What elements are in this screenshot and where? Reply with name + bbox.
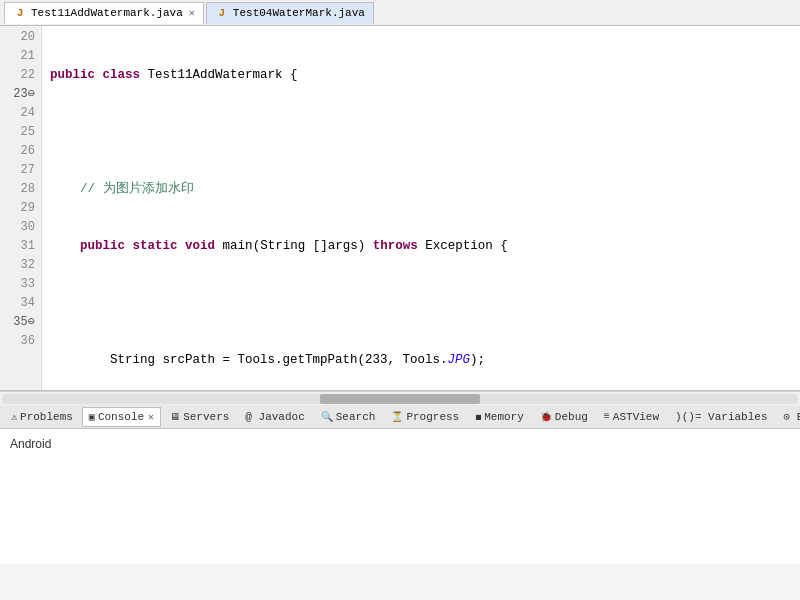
tab-search-label: Search	[336, 411, 376, 423]
bottom-tab-bar: ⚠ Problems ▣ Console ✕ 🖥 Servers @ Javad…	[0, 405, 800, 429]
code-line-24	[50, 294, 800, 313]
console-output: Android	[10, 437, 51, 451]
ln-33: 33	[6, 275, 35, 294]
memory-icon: ◼	[475, 411, 481, 423]
console-close[interactable]: ✕	[148, 411, 154, 423]
java-file-icon-2: J	[215, 6, 229, 20]
debug-icon: 🐞	[540, 411, 552, 423]
tab-javadoc[interactable]: @ Javadoc	[238, 407, 311, 427]
tab-memory-label: Memory	[484, 411, 524, 423]
scroll-track[interactable]	[2, 394, 798, 404]
tab-progress[interactable]: ⏳ Progress	[384, 407, 466, 427]
servers-icon: 🖥	[170, 411, 180, 423]
tab-test11[interactable]: J Test11AddWatermark.java ✕	[4, 2, 204, 24]
tab-memory[interactable]: ◼ Memory	[468, 407, 531, 427]
ln-25: 25	[6, 123, 35, 142]
ln-29: 29	[6, 199, 35, 218]
code-line-20: public class Test11AddWatermark {	[50, 66, 800, 85]
tab-debug[interactable]: 🐞 Debug	[533, 407, 595, 427]
ln-20: 20	[6, 28, 35, 47]
astview-icon: ≡	[604, 411, 610, 422]
tab-debug-label: Debug	[555, 411, 588, 423]
tab-console[interactable]: ▣ Console ✕	[82, 407, 161, 427]
ln-31: 31	[6, 237, 35, 256]
tab-javadoc-label: @ Javadoc	[245, 411, 304, 423]
ln-24: 24	[6, 104, 35, 123]
ln-27: 27	[6, 161, 35, 180]
ln-36: 36	[6, 332, 35, 351]
problems-icon: ⚠	[11, 411, 17, 423]
tab-variables-label: )()= Variables	[675, 411, 767, 423]
code-line-25: String srcPath = Tools.getTmpPath(233, T…	[50, 351, 800, 370]
ln-26: 26	[6, 142, 35, 161]
horizontal-scrollbar[interactable]	[0, 391, 800, 405]
ln-32: 32	[6, 256, 35, 275]
ln-21: 21	[6, 47, 35, 66]
tab-brea[interactable]: ⊙ Brea	[777, 407, 801, 427]
code-line-22: // 为图片添加水印	[50, 180, 800, 199]
tab-problems[interactable]: ⚠ Problems	[4, 407, 80, 427]
tab-progress-label: Progress	[406, 411, 459, 423]
ln-35: 35⊖	[6, 313, 35, 332]
tab-brea-label: ⊙ Brea	[784, 410, 801, 423]
tab-servers-label: Servers	[183, 411, 229, 423]
tab-label-test11: Test11AddWatermark.java	[31, 7, 183, 19]
ln-22: 22	[6, 66, 35, 85]
java-file-icon: J	[13, 6, 27, 20]
search-icon: 🔍	[321, 411, 333, 423]
scroll-thumb[interactable]	[320, 394, 479, 404]
tab-search[interactable]: 🔍 Search	[314, 407, 383, 427]
ln-28: 28	[6, 180, 35, 199]
tab-variables[interactable]: )()= Variables	[668, 407, 774, 427]
editor-tab-bar: J Test11AddWatermark.java ✕ J Test04Wate…	[0, 0, 800, 26]
tab-astview-label: ASTView	[613, 411, 659, 423]
line-number-gutter: 20 21 22 23⊖ 24 25 26 27 28 29 30 31 32 …	[0, 26, 42, 390]
progress-icon: ⏳	[391, 411, 403, 423]
tab-astview[interactable]: ≡ ASTView	[597, 407, 666, 427]
console-panel: Android	[0, 429, 800, 564]
tab-console-label: Console	[98, 411, 144, 423]
tab-close-test11[interactable]: ✕	[189, 7, 195, 19]
code-content[interactable]: public class Test11AddWatermark { // 为图片…	[42, 26, 800, 390]
ln-23: 23⊖	[6, 85, 35, 104]
code-editor: 20 21 22 23⊖ 24 25 26 27 28 29 30 31 32 …	[0, 26, 800, 391]
console-icon: ▣	[89, 411, 95, 423]
ln-30: 30	[6, 218, 35, 237]
tab-servers[interactable]: 🖥 Servers	[163, 407, 236, 427]
tab-label-test04: Test04WaterMark.java	[233, 7, 365, 19]
ln-34: 34	[6, 294, 35, 313]
code-line-23: public static void main(String []args) t…	[50, 237, 800, 256]
code-line-21	[50, 123, 800, 142]
tab-test04[interactable]: J Test04WaterMark.java	[206, 2, 374, 24]
tab-problems-label: Problems	[20, 411, 73, 423]
